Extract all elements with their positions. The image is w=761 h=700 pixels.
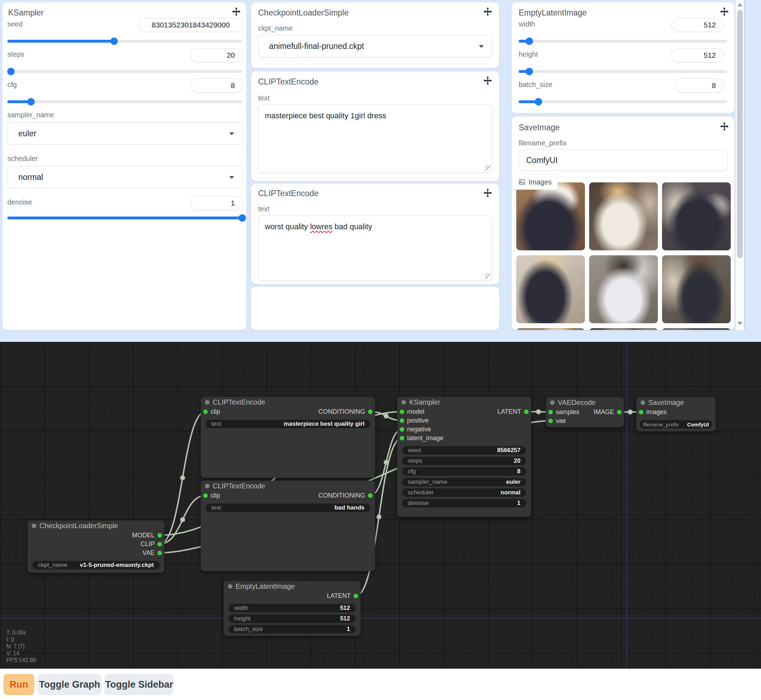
output-port-VAE[interactable] bbox=[158, 551, 162, 555]
node-title: EmptyLatentImage bbox=[236, 583, 295, 591]
output-port-IMAGE[interactable] bbox=[617, 410, 622, 414]
panel-title: CheckpointLoaderSimple bbox=[258, 8, 348, 17]
output-port-CLIP[interactable] bbox=[158, 542, 162, 547]
generated-image-2[interactable] bbox=[589, 183, 658, 250]
generated-image-6[interactable] bbox=[662, 255, 731, 323]
move-icon[interactable] bbox=[483, 7, 493, 17]
node-widgets-panel: KSampler seed steps cfg sampler_name eul… bbox=[0, 0, 761, 342]
seed-slider[interactable] bbox=[8, 38, 242, 45]
node-collapse-dot[interactable] bbox=[550, 400, 555, 405]
steps-slider[interactable] bbox=[8, 68, 242, 75]
graph-node-save[interactable]: SaveImageimagesfilename_prefixComfyUI bbox=[636, 397, 716, 431]
graph-node-vae[interactable]: VAEDecodesamplesIMAGEvae bbox=[546, 397, 624, 427]
ksampler-widget-cfg[interactable]: cfg8 bbox=[402, 467, 526, 476]
input-port-clip[interactable] bbox=[203, 493, 208, 498]
ksampler-widget-denoise[interactable]: denoise1 bbox=[402, 499, 526, 508]
panel-title: SaveImage bbox=[519, 123, 559, 133]
graph-node-ckpt[interactable]: CheckpointLoaderSimpleMODELCLIPVAEckpt_n… bbox=[28, 520, 164, 573]
sampler-name-select[interactable]: euler bbox=[8, 122, 243, 145]
negative-prompt-textarea[interactable]: worst quality lowres bad quality bbox=[258, 216, 493, 281]
output-port-LATENT[interactable] bbox=[353, 594, 358, 598]
images-section-header[interactable]: Images bbox=[513, 174, 558, 190]
move-icon[interactable] bbox=[231, 7, 241, 17]
toggle-sidebar-button[interactable]: Toggle Sidebar bbox=[105, 674, 173, 695]
positive-prompt-textarea[interactable]: masterpiece best quality 1girl dress bbox=[258, 105, 493, 173]
graph-node-ksampler[interactable]: KSamplermodelLATENTpositivenegativelaten… bbox=[397, 397, 531, 517]
graph-node-clip_pos[interactable]: CLIPTextEncodeclipCONDITIONINGtextmaster… bbox=[201, 397, 375, 478]
node-collapse-dot[interactable] bbox=[205, 400, 209, 405]
batch-size-input[interactable] bbox=[675, 78, 724, 92]
ckpt-widget-ckpt_name[interactable]: ckpt_namev1-5-pruned-emaonly.ckpt bbox=[33, 561, 159, 569]
generated-image-3[interactable] bbox=[662, 183, 731, 250]
input-port-clip[interactable] bbox=[203, 409, 208, 414]
output-port-LATENT[interactable] bbox=[524, 409, 528, 414]
toggle-graph-button[interactable]: Toggle Graph bbox=[38, 674, 102, 695]
scroll-up-icon[interactable] bbox=[738, 3, 742, 6]
input-port-model[interactable] bbox=[400, 409, 404, 414]
sidebar-scrollbar[interactable] bbox=[735, 0, 744, 330]
graph-node-clip_neg[interactable]: CLIPTextEncodeclipCONDITIONINGtextbad ha… bbox=[201, 481, 375, 571]
input-port-vae[interactable] bbox=[548, 419, 553, 423]
denoise-slider[interactable] bbox=[8, 214, 242, 222]
latent-widget-width[interactable]: width512 bbox=[228, 604, 356, 612]
cfg-slider[interactable] bbox=[8, 98, 242, 105]
generated-image-9[interactable] bbox=[662, 328, 731, 330]
input-port-positive[interactable] bbox=[400, 418, 404, 423]
misspelled-word: lowres bbox=[310, 222, 333, 231]
scrollbar-thumb[interactable] bbox=[737, 10, 743, 258]
denoise-label: denoise bbox=[8, 198, 32, 206]
clip_pos-widget-text[interactable]: textmasterpiece best quality girl bbox=[206, 420, 370, 428]
clip_neg-widget-text[interactable]: textbad hands bbox=[206, 503, 370, 512]
latent-widget-batch_size[interactable]: batch_size1 bbox=[228, 625, 356, 633]
seed-input[interactable] bbox=[138, 18, 243, 32]
move-icon[interactable] bbox=[719, 122, 729, 131]
steps-input[interactable] bbox=[191, 48, 243, 62]
width-input[interactable] bbox=[671, 18, 724, 32]
height-slider[interactable] bbox=[519, 68, 727, 75]
node-collapse-dot[interactable] bbox=[205, 484, 209, 488]
latent-widget-height[interactable]: height512 bbox=[228, 614, 356, 623]
height-input[interactable] bbox=[671, 48, 724, 62]
generated-image-1[interactable] bbox=[516, 183, 585, 250]
graph-canvas[interactable]: CLIPTextEncodeclipCONDITIONINGtextmaster… bbox=[0, 342, 761, 669]
generated-image-8[interactable] bbox=[589, 328, 658, 330]
move-icon[interactable] bbox=[483, 76, 493, 86]
ksampler-widget-scheduler[interactable]: schedulernormal bbox=[402, 488, 526, 497]
node-collapse-dot[interactable] bbox=[32, 523, 36, 528]
stat-line: N: 7 [7] bbox=[6, 643, 36, 650]
node-collapse-dot[interactable] bbox=[402, 400, 406, 405]
ckpt-name-select[interactable]: animefull-final-pruned.ckpt bbox=[258, 35, 493, 58]
batch-size-slider[interactable] bbox=[519, 98, 727, 105]
output-port-CONDITIONING[interactable] bbox=[368, 493, 373, 498]
denoise-input[interactable] bbox=[191, 196, 243, 210]
stat-line: T: 0.00s bbox=[6, 629, 36, 636]
output-port-CONDITIONING[interactable] bbox=[368, 409, 373, 414]
input-port-latent_image[interactable] bbox=[400, 436, 404, 441]
node-collapse-dot[interactable] bbox=[228, 584, 233, 589]
stat-line: V: 14 bbox=[6, 650, 36, 657]
ksampler-widget-seed[interactable]: seed8566257 bbox=[402, 446, 526, 455]
move-icon[interactable] bbox=[483, 188, 493, 198]
resize-grip-icon[interactable] bbox=[485, 165, 491, 171]
save-widget-filename_prefix[interactable]: filename_prefixComfyUI bbox=[639, 420, 713, 428]
generated-image-5[interactable] bbox=[589, 255, 658, 323]
ksampler-widget-steps[interactable]: steps20 bbox=[402, 457, 526, 465]
ksampler-widget-sampler_name[interactable]: sampler_nameeuler bbox=[402, 478, 526, 486]
scheduler-select[interactable]: normal bbox=[8, 166, 243, 188]
graph-node-latent[interactable]: EmptyLatentImageLATENTwidth512height512b… bbox=[223, 581, 361, 636]
node-collapse-dot[interactable] bbox=[641, 400, 645, 405]
run-button[interactable]: Run bbox=[3, 674, 34, 695]
generated-images-grid bbox=[514, 177, 732, 330]
input-port-images[interactable] bbox=[639, 410, 643, 414]
scroll-down-icon[interactable] bbox=[738, 322, 742, 325]
input-port-samples[interactable] bbox=[548, 410, 553, 414]
move-icon[interactable] bbox=[719, 7, 729, 17]
generated-image-7[interactable] bbox=[516, 328, 585, 330]
width-slider[interactable] bbox=[519, 38, 727, 45]
filename-prefix-input[interactable] bbox=[519, 150, 728, 171]
cfg-input[interactable] bbox=[191, 78, 243, 92]
input-port-negative[interactable] bbox=[400, 427, 404, 432]
output-port-MODEL[interactable] bbox=[158, 533, 162, 538]
generated-image-4[interactable] bbox=[516, 255, 585, 323]
resize-grip-icon[interactable] bbox=[485, 273, 491, 279]
